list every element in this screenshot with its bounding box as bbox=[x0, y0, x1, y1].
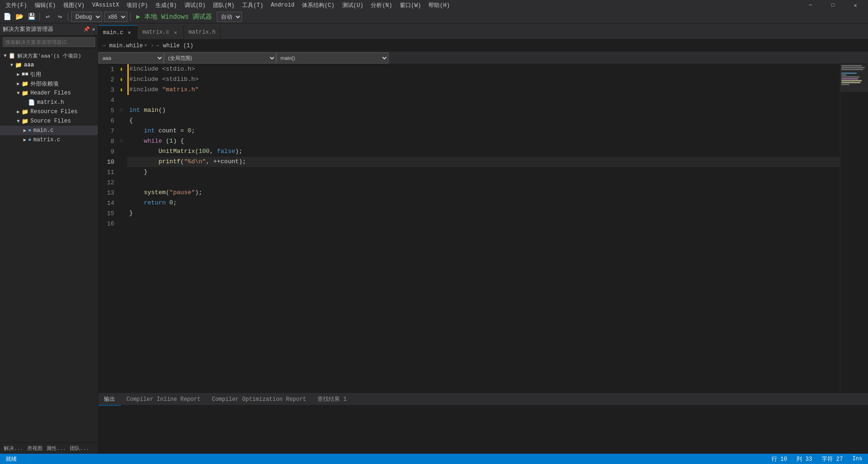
menu-analyze[interactable]: 分析(N) bbox=[367, 1, 396, 9]
tab-close-mainc[interactable]: ✕ bbox=[126, 29, 132, 36]
auto-dropdown[interactable]: 自动 bbox=[217, 12, 242, 22]
code-editor[interactable]: 1 ▮ 2 ▮ 3 ▮ 4 5 □ bbox=[98, 64, 868, 393]
menu-tools[interactable]: 工具(T) bbox=[238, 1, 267, 9]
status-col[interactable]: 列 33 bbox=[794, 455, 814, 463]
breadcrumb-item-while1[interactable]: while (1) bbox=[161, 42, 195, 50]
expand-arrow-ref: ▶ bbox=[15, 72, 22, 77]
tab-label-matrixh: matrix.h bbox=[189, 29, 216, 36]
global-scope-dropdown[interactable]: (全局范围) bbox=[164, 52, 276, 64]
symbol-dropdown[interactable]: main() bbox=[276, 52, 389, 64]
close-button[interactable]: ✕ bbox=[845, 0, 866, 10]
sidebar-bottom-solution[interactable]: 解决... bbox=[4, 445, 23, 452]
status-char[interactable]: 字符 27 bbox=[820, 455, 845, 463]
sidebar-item-label-matrixc: matrix.c bbox=[33, 137, 60, 143]
code-line-9: UnitMatrix(100, false); bbox=[127, 146, 840, 157]
sidebar-item-external[interactable]: ▶ 📁 外部依赖项 bbox=[0, 79, 98, 88]
bottom-tab-output[interactable]: 输出 bbox=[98, 393, 121, 406]
sidebar-tree: ▼ 📋 解决方案'aaa'(1 个项目) ▼ 📁 aaa ▶ ■■ 引用 ▶ 📁 bbox=[0, 49, 98, 442]
code-line-10: printf("%d\n", ++count); bbox=[127, 157, 840, 167]
bottom-panel-tabs: 输出 Compiler Inline Report Compiler Optim… bbox=[98, 393, 868, 406]
tab-matrixc[interactable]: matrix.c ✕ bbox=[138, 25, 184, 39]
sidebar-item-label-resource: Resource Files bbox=[30, 109, 78, 115]
tab-matrixh[interactable]: matrix.h bbox=[184, 25, 221, 39]
tab-label-matrixc: matrix.c bbox=[142, 29, 169, 36]
menu-test[interactable]: 测试(U) bbox=[338, 1, 368, 9]
code-line-3: #include "matrix.h" bbox=[127, 85, 840, 95]
sidebar-bottom-team[interactable]: 团队... bbox=[70, 445, 89, 452]
sidebar-item-matrixh[interactable]: 📄 matrix.h bbox=[0, 98, 98, 107]
sidebar: 解决方案资源管理器 📌 ✕ ▼ 📋 解决方案'aaa'(1 个项目) ▼ 📁 a… bbox=[0, 23, 98, 454]
undo-button[interactable]: ↩ bbox=[43, 12, 53, 22]
sidebar-item-solution[interactable]: ▼ 📋 解决方案'aaa'(1 个项目) bbox=[0, 51, 98, 60]
file-scope-dropdown[interactable]: aaa bbox=[98, 52, 164, 64]
menu-build[interactable]: 生成(B) bbox=[152, 1, 181, 9]
breadcrumb-arrow-icon: → bbox=[102, 43, 105, 49]
sidebar-item-mainc[interactable]: ▶ ● main.c bbox=[0, 126, 98, 135]
sidebar-close-icon[interactable]: ✕ bbox=[92, 26, 95, 32]
menu-android[interactable]: Android bbox=[267, 2, 298, 8]
menu-help[interactable]: 帮助(H) bbox=[425, 1, 454, 9]
menu-window[interactable]: 窗口(W) bbox=[396, 1, 425, 9]
status-ready-label: 就绪 bbox=[6, 455, 17, 463]
sidebar-item-label-mainc: main.c bbox=[33, 127, 53, 134]
expand-arrow-matrixc: ▶ bbox=[22, 137, 28, 143]
bottom-tab-find[interactable]: 查找结果 1 bbox=[312, 393, 352, 406]
open-button[interactable]: 📂 bbox=[14, 12, 24, 22]
code-line-4 bbox=[127, 95, 840, 105]
bottom-tab-compiler-opt[interactable]: Compiler Optimization Report bbox=[206, 393, 312, 406]
sidebar-item-headerfiles[interactable]: ▼ 📁 Header Files bbox=[0, 88, 98, 98]
menu-file[interactable]: 文件(F) bbox=[2, 1, 31, 9]
gutter-3: ▮ bbox=[117, 87, 125, 93]
chevron-down-icon: ▼ bbox=[144, 44, 147, 48]
line-num-15: 15 bbox=[98, 208, 117, 218]
sidebar-item-sourcefiles[interactable]: ▼ 📁 Source Files bbox=[0, 116, 98, 126]
sidebar-item-aaa[interactable]: ▼ 📁 aaa bbox=[0, 60, 98, 70]
sidebar-item-ref[interactable]: ▶ ■■ 引用 bbox=[0, 70, 98, 79]
sidebar-item-label-header: Header Files bbox=[30, 90, 71, 96]
sidebar-item-matrixc[interactable]: ▶ ● matrix.c bbox=[0, 135, 98, 145]
run-button[interactable]: ▶ 本地 Windows 调试器 bbox=[133, 12, 215, 22]
menu-view[interactable]: 视图(V) bbox=[59, 1, 88, 9]
menu-arch[interactable]: 体系结构(C) bbox=[298, 1, 338, 9]
sidebar-pin-icon[interactable]: 📌 bbox=[83, 26, 90, 32]
tab-close-matrixc[interactable]: ✕ bbox=[172, 29, 179, 36]
code-line-15: } bbox=[127, 208, 840, 218]
menu-debug[interactable]: 调试(D) bbox=[181, 1, 210, 9]
tab-mainc[interactable]: main.c ✕ bbox=[98, 25, 138, 39]
new-file-button[interactable]: 📄 bbox=[2, 12, 12, 22]
line-num-7: 7 bbox=[98, 126, 117, 136]
menu-vassistx[interactable]: VAssistX bbox=[88, 2, 123, 8]
config-dropdown[interactable]: Debug bbox=[71, 12, 102, 22]
line-num-16: 16 bbox=[98, 218, 117, 229]
code-line-7: int count = 0; bbox=[127, 126, 840, 136]
code-line-12 bbox=[127, 177, 840, 188]
line-num-14: 14 bbox=[98, 198, 117, 208]
minimize-button[interactable]: ─ bbox=[800, 0, 821, 10]
status-row[interactable]: 行 10 bbox=[770, 455, 789, 463]
menu-project[interactable]: 项目(P) bbox=[123, 1, 152, 9]
sidebar-header: 解决方案资源管理器 📌 ✕ bbox=[0, 23, 98, 36]
breadcrumb-item-while[interactable]: main.while ▼ bbox=[107, 42, 148, 50]
status-char-label: 字符 27 bbox=[822, 455, 843, 463]
maximize-button[interactable]: □ bbox=[822, 0, 844, 10]
platform-dropdown[interactable]: x86 bbox=[104, 12, 127, 22]
sidebar-search-input[interactable] bbox=[3, 37, 95, 47]
menu-team[interactable]: 团队(M) bbox=[209, 1, 238, 9]
expand-arrow-resource: ▶ bbox=[15, 109, 22, 115]
redo-button[interactable]: ↪ bbox=[55, 12, 65, 22]
menu-edit[interactable]: 编辑(E) bbox=[31, 1, 60, 9]
sidebar-item-label-source: Source Files bbox=[30, 118, 71, 124]
bottom-panel-content bbox=[98, 406, 868, 454]
menubar: 文件(F) 编辑(E) 视图(V) VAssistX 项目(P) 生成(B) 调… bbox=[0, 0, 868, 10]
status-ready[interactable]: 就绪 bbox=[4, 455, 19, 463]
file-icon-mainc: ● bbox=[28, 127, 31, 134]
sidebar-bottom-properties[interactable]: 属性... bbox=[46, 445, 66, 452]
code-content[interactable]: #include <stdio.h> #include <stdlib.h> #… bbox=[125, 64, 840, 393]
sidebar-bottom-classview[interactable]: 类视图 bbox=[27, 445, 43, 452]
bottom-tab-compiler-inline[interactable]: Compiler Inline Report bbox=[121, 393, 206, 406]
line-num-10: 10 bbox=[98, 157, 117, 167]
sidebar-item-resourcefiles[interactable]: ▶ 📁 Resource Files bbox=[0, 107, 98, 116]
gutter-2: ▮ bbox=[117, 77, 125, 82]
save-button[interactable]: 💾 bbox=[26, 12, 37, 22]
status-ins[interactable]: Ins bbox=[850, 455, 864, 463]
